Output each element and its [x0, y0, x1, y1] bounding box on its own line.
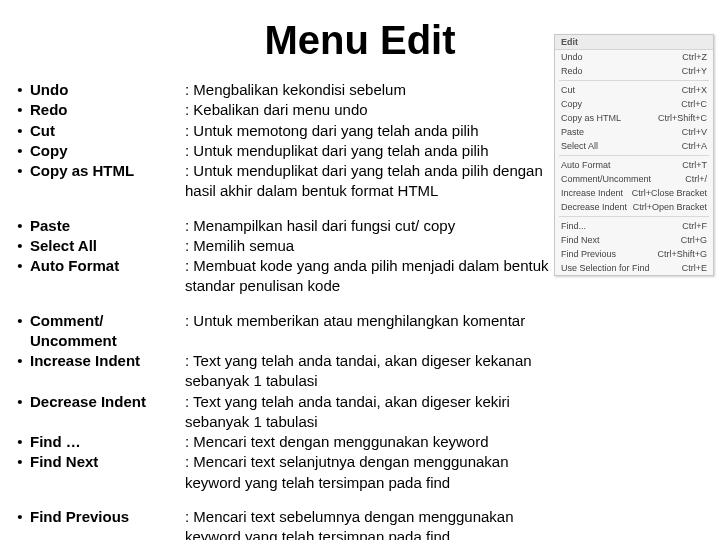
menu-item-shortcut: Ctrl+X [682, 85, 707, 95]
list-item: •Find Previous: Mencari text sebelumnya … [12, 507, 550, 540]
menu-item-label: Decrease Indent [561, 202, 627, 212]
menu-item: Use Selection for FindCtrl+E [555, 261, 713, 275]
command-name: Find … [28, 432, 185, 452]
menu-item: PasteCtrl+V [555, 125, 713, 139]
menu-item-shortcut: Ctrl+A [682, 141, 707, 151]
list-item: •Increase Indent: Text yang telah anda t… [12, 351, 550, 392]
command-description: : Mencari text selanjutnya dengan menggu… [185, 452, 550, 493]
definition-list: •Undo: Mengbalikan kekondisi sebelum•Red… [12, 80, 550, 540]
bullet-icon: • [12, 256, 28, 276]
menu-item: Find...Ctrl+F [555, 219, 713, 233]
bullet-icon: • [12, 80, 28, 100]
command-description: : Mencari text dengan menggunakan keywor… [185, 432, 489, 452]
menu-item: CopyCtrl+C [555, 97, 713, 111]
menu-item-label: Comment/Uncomment [561, 174, 651, 184]
command-name: Find Next [28, 452, 185, 472]
command-description: : Text yang telah anda tandai, akan dige… [185, 392, 550, 433]
menu-item: Comment/UncommentCtrl+/ [555, 172, 713, 186]
list-item: •Cut: Untuk memotong dari yang telah and… [12, 121, 550, 141]
list-item: •Redo: Kebalikan dari menu undo [12, 100, 550, 120]
command-description: : Membuat kode yang anda pilih menjadi d… [185, 256, 550, 297]
bullet-icon: • [12, 141, 28, 161]
bullet-icon: • [12, 507, 28, 527]
command-name: Increase Indent [28, 351, 185, 371]
menu-item-label: Select All [561, 141, 598, 151]
menu-item-label: Increase Indent [561, 188, 623, 198]
command-name: Auto Format [28, 256, 185, 276]
command-description: : Mencari text sebelumnya dengan menggun… [185, 507, 550, 540]
menu-item-label: Auto Format [561, 160, 611, 170]
list-item: •Copy as HTML: Untuk menduplikat dari ya… [12, 161, 550, 202]
menu-item-shortcut: Ctrl+Y [682, 66, 707, 76]
menu-item-shortcut: Ctrl+Z [682, 52, 707, 62]
menu-item-shortcut: Ctrl+G [681, 235, 707, 245]
list-item: •Find Next: Mencari text selanjutnya den… [12, 452, 550, 493]
command-name: Paste [28, 216, 185, 236]
command-description: : Untuk memotong dari yang telah anda pi… [185, 121, 479, 141]
command-description: : Text yang telah anda tandai, akan dige… [185, 351, 550, 392]
command-name: Decrease Indent [28, 392, 185, 412]
bullet-icon: • [12, 121, 28, 141]
command-name: Copy [28, 141, 185, 161]
edit-menu-screenshot: EditUndoCtrl+ZRedoCtrl+YCutCtrl+XCopyCtr… [554, 34, 714, 276]
menu-item: Select AllCtrl+A [555, 139, 713, 153]
menu-item-label: Find... [561, 221, 586, 231]
command-description: : Untuk menduplikat dari yang telah anda… [185, 141, 489, 161]
menu-tab: Edit [555, 35, 713, 50]
menu-item-shortcut: Ctrl+Close Bracket [632, 188, 707, 198]
command-description: : Memilih semua [185, 236, 294, 256]
menu-item-label: Redo [561, 66, 583, 76]
menu-item-shortcut: Ctrl+E [682, 263, 707, 273]
bullet-icon: • [12, 432, 28, 452]
menu-item: Increase IndentCtrl+Close Bracket [555, 186, 713, 200]
command-name: Redo [28, 100, 185, 120]
bullet-icon: • [12, 351, 28, 371]
menu-item: CutCtrl+X [555, 83, 713, 97]
bullet-icon: • [12, 452, 28, 472]
menu-item-label: Use Selection for Find [561, 263, 650, 273]
command-description: : Menampilkan hasil dari fungsi cut/ cop… [185, 216, 455, 236]
list-item: •Find …: Mencari text dengan menggunakan… [12, 432, 550, 452]
command-name: Find Previous [28, 507, 185, 527]
menu-item: Find NextCtrl+G [555, 233, 713, 247]
list-item: •Select All: Memilih semua [12, 236, 550, 256]
command-name: Cut [28, 121, 185, 141]
bullet-icon: • [12, 216, 28, 236]
bullet-icon: • [12, 161, 28, 181]
menu-item-label: Find Previous [561, 249, 616, 259]
list-item: •Paste: Menampilkan hasil dari fungsi cu… [12, 216, 550, 236]
bullet-icon: • [12, 236, 28, 256]
menu-item-shortcut: Ctrl+V [682, 127, 707, 137]
menu-item-shortcut: Ctrl+Shift+G [657, 249, 707, 259]
list-item: •Copy: Untuk menduplikat dari yang telah… [12, 141, 550, 161]
command-description: : Untuk memberikan atau menghilangkan ko… [185, 311, 525, 331]
menu-item-label: Paste [561, 127, 584, 137]
menu-item: Auto FormatCtrl+T [555, 158, 713, 172]
command-name: Select All [28, 236, 185, 256]
menu-item-label: Copy [561, 99, 582, 109]
menu-item-label: Undo [561, 52, 583, 62]
menu-item-label: Copy as HTML [561, 113, 621, 123]
list-item: •Decrease Indent: Text yang telah anda t… [12, 392, 550, 433]
menu-item-label: Cut [561, 85, 575, 95]
command-description: : Kebalikan dari menu undo [185, 100, 368, 120]
menu-item-label: Find Next [561, 235, 600, 245]
bullet-icon: • [12, 311, 28, 331]
list-item: •Comment/ Uncomment: Untuk memberikan at… [12, 311, 550, 352]
menu-item: Copy as HTMLCtrl+Shift+C [555, 111, 713, 125]
menu-item-shortcut: Ctrl+Open Bracket [633, 202, 707, 212]
bullet-icon: • [12, 100, 28, 120]
menu-item: RedoCtrl+Y [555, 64, 713, 78]
menu-item-shortcut: Ctrl+Shift+C [658, 113, 707, 123]
list-item: •Auto Format: Membuat kode yang anda pil… [12, 256, 550, 297]
menu-item: Find PreviousCtrl+Shift+G [555, 247, 713, 261]
command-name: Undo [28, 80, 185, 100]
command-description: : Untuk menduplikat dari yang telah anda… [185, 161, 550, 202]
command-name: Comment/ Uncomment [28, 311, 185, 352]
menu-item: UndoCtrl+Z [555, 50, 713, 64]
menu-item-shortcut: Ctrl+C [681, 99, 707, 109]
list-item: •Undo: Mengbalikan kekondisi sebelum [12, 80, 550, 100]
command-description: : Mengbalikan kekondisi sebelum [185, 80, 406, 100]
menu-item-shortcut: Ctrl+T [682, 160, 707, 170]
menu-item: Decrease IndentCtrl+Open Bracket [555, 200, 713, 214]
